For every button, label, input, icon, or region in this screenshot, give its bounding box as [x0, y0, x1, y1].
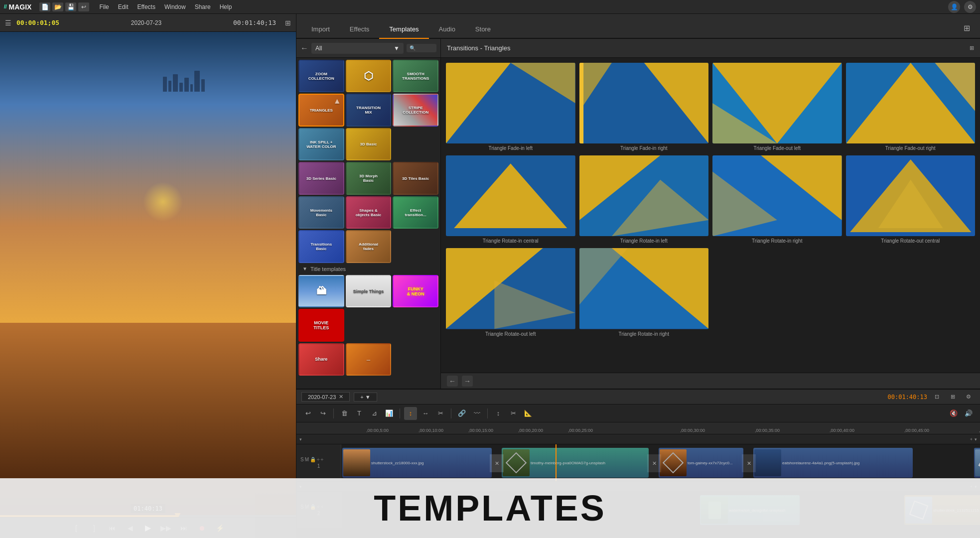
align-tool[interactable]: ✂ — [507, 407, 520, 420]
transition-item-2[interactable]: Triangle Fade-in right — [579, 63, 709, 151]
clip-1-3[interactable]: tom-gainey-xx7x72cyc0... — [659, 448, 743, 478]
tile-shapes[interactable]: Shapes &objects Basic — [346, 196, 392, 229]
open-file-icon[interactable]: 📂 — [52, 2, 63, 11]
track-2-menu[interactable]: ▾ — [975, 484, 977, 489]
mute-button[interactable]: 🔇 — [947, 407, 960, 420]
transitions-panel-expand[interactable]: ⊞ — [970, 45, 974, 51]
fit-to-window-button[interactable]: ⊡ — [930, 391, 943, 404]
tile-3d-tiles[interactable]: 3D Tiles Basic — [393, 162, 438, 194]
new-file-icon[interactable]: 📄 — [39, 2, 50, 11]
track-1-S[interactable]: S — [300, 457, 304, 462]
nav-back-button[interactable]: ← — [447, 376, 458, 387]
tile-transition-mix[interactable]: TRANSITIONMIX — [346, 94, 392, 126]
record-button[interactable]: ⏺ — [195, 521, 209, 535]
ripple-tool[interactable]: ↕ — [492, 407, 505, 420]
boost-button[interactable]: ⚡ — [213, 521, 227, 535]
tile-extra-1[interactable]: Share — [298, 343, 344, 376]
track-1-add[interactable]: + — [970, 437, 973, 442]
menu-edit[interactable]: Edit — [114, 2, 133, 11]
title-section-header[interactable]: ▼ Title templates — [298, 263, 438, 275]
transition-item-3[interactable]: Triangle Fade-out left — [712, 63, 842, 151]
menu-help[interactable]: Help — [216, 2, 236, 11]
undo-tool[interactable]: ↩ — [301, 407, 314, 420]
next-edit-button[interactable]: ⏭ — [177, 521, 191, 535]
clip-1-4[interactable]: eatshorelaurenz-4a4a1.png(5-unsplash).jp… — [753, 448, 913, 478]
transition-item-5[interactable]: Triangle Rotate-in central — [446, 155, 575, 244]
transition-item-1[interactable]: Triangle Fade-in left — [446, 63, 575, 151]
menu-share[interactable]: Share — [191, 2, 215, 11]
tile-additional-fades[interactable]: Additionalfades — [346, 230, 392, 263]
in-point-button[interactable]: [ — [69, 521, 83, 535]
transition-item-9[interactable]: Triangle Rotate-out left — [446, 248, 575, 337]
tab-effects[interactable]: Effects — [340, 20, 380, 39]
prev-frame-button[interactable]: ◀ — [123, 521, 137, 535]
track-2-M[interactable]: M — [305, 504, 309, 510]
settings-icon[interactable]: ⚙ — [964, 1, 976, 13]
category-dropdown[interactable]: All ▼ — [311, 43, 404, 54]
delete-tool[interactable]: 🗑 — [338, 407, 351, 420]
track-2-arrow[interactable]: ▾ — [299, 484, 302, 489]
redo-tool[interactable]: ↪ — [316, 407, 329, 420]
prev-edit-button[interactable]: ⏮ — [105, 521, 119, 535]
transition-item-4[interactable]: Triangle Fade-out right — [846, 63, 976, 151]
storyboard-tool[interactable]: 📊 — [383, 407, 396, 420]
track-2-S[interactable]: S — [300, 504, 304, 510]
select-tool[interactable]: ↕ — [404, 407, 417, 420]
text-tool[interactable]: T — [353, 407, 366, 420]
user-icon[interactable]: 👤 — [948, 1, 960, 13]
tile-basic3d[interactable]: 3D Basic — [346, 128, 392, 160]
clip-2-2[interactable]: shutterstock_1132511215.jpg — [904, 495, 980, 525]
menu-window[interactable]: Window — [160, 2, 190, 11]
tile-extra-2[interactable]: ... — [346, 343, 392, 376]
tile-3d-morph[interactable]: 3D MorphBasic — [346, 162, 392, 194]
tile-mountain[interactable]: 🏔 — [298, 275, 344, 307]
timeline-tab-close[interactable]: ✕ — [339, 394, 343, 400]
marker-tool[interactable]: 📐 — [522, 407, 535, 420]
razor-tool[interactable]: ✂ — [434, 407, 447, 420]
save-icon[interactable]: 💾 — [65, 2, 76, 11]
tab-import[interactable]: Import — [301, 20, 340, 39]
tab-expand-icon[interactable]: ⊞ — [959, 18, 975, 38]
clip-2-1[interactable]: watermelon_designfur-unsplash — [700, 495, 800, 525]
nav-forward-button[interactable]: → — [462, 376, 473, 387]
tab-templates[interactable]: Templates — [379, 20, 428, 39]
track-1-arrow[interactable]: ▾ — [299, 437, 302, 442]
tile-funky-neon[interactable]: FUNKY& NEON — [393, 275, 438, 307]
tile-effect-transition[interactable]: Effecttransition... — [393, 196, 438, 229]
tab-audio[interactable]: Audio — [429, 20, 465, 39]
tile-movie-titles[interactable]: MOVIETITLES — [298, 309, 344, 341]
track-1-M[interactable]: M — [305, 457, 309, 462]
transition-item-8[interactable]: Triangle Rotate-out central — [846, 155, 976, 244]
out-point-button[interactable]: ] — [87, 521, 101, 535]
track-2-add[interactable]: + — [970, 484, 973, 489]
preview-menu-icon[interactable]: ☰ — [5, 19, 11, 27]
clip-1-1[interactable]: shutterstock_zz18000-xxx.jpg — [342, 448, 492, 478]
template-search-input[interactable]: 🔍 — [407, 44, 436, 52]
maximize-icon[interactable]: ⊞ — [285, 19, 291, 27]
timeline-add-tab[interactable]: + ▼ — [354, 393, 377, 402]
tile-hexagons[interactable]: ⬡ — [346, 60, 392, 92]
clip-1-5[interactable]: prescho-hjhtml... — [974, 448, 980, 478]
audio-tool[interactable]: 〰 — [470, 407, 483, 420]
tile-zoom[interactable]: ZOOMCOLLECTION — [298, 60, 344, 92]
preview-progress-bar[interactable] — [0, 515, 296, 517]
tile-stripe[interactable]: STRIPECOLLECTION — [393, 94, 438, 126]
volume-button[interactable]: 🔊 — [962, 407, 975, 420]
menu-file[interactable]: File — [95, 2, 113, 11]
track-1-lock[interactable]: 🔒 — [310, 457, 316, 462]
transition-item-10[interactable]: Triangle Rotate-in right — [579, 248, 709, 337]
tile-simple-things[interactable]: Simple Things — [346, 275, 392, 307]
tile-ink-spill[interactable]: INK SPILL +WATER COLOR — [298, 128, 344, 160]
play-button[interactable]: ▶ — [141, 521, 155, 535]
undo-icon[interactable]: ↩ — [78, 2, 89, 11]
timeline-tab[interactable]: 2020-07-23 ✕ — [301, 392, 350, 402]
tile-transitions-basic[interactable]: TransitionsBasic — [298, 230, 344, 263]
group-tool[interactable]: 🔗 — [455, 407, 468, 420]
back-arrow-icon[interactable]: ← — [300, 44, 308, 53]
tile-smooth[interactable]: SMOOTHTRANSITIONS — [393, 60, 438, 92]
track-2-lock[interactable]: 🔒 — [310, 504, 316, 510]
trim-tool[interactable]: ↔ — [419, 407, 432, 420]
split-tool[interactable]: ⊿ — [368, 407, 381, 420]
tile-triangles[interactable]: TRIANGLES ▲ — [298, 94, 344, 126]
timeline-view-toggle[interactable]: ⊞ — [946, 391, 959, 404]
